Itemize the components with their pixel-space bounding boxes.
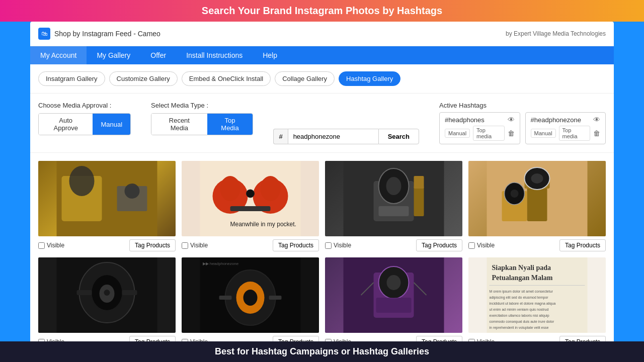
svg-text:ut enim ad minim veniam quis n: ut enim ad minim veniam quis nostrud	[490, 308, 549, 312]
hashtag-card-1: #headphones 👁 Manual Top media 🗑	[439, 112, 520, 144]
search-input-group: # Search	[273, 129, 419, 144]
image-thumb-8: Siapkan Nyali pada Petualangan Malam M o…	[468, 257, 606, 333]
image-item-3: Visible Tag Products	[325, 161, 462, 251]
top-banner: Search Your Brand Instagram Photos by Ha…	[0, 0, 644, 22]
hashtag-2-badge-top: Top media	[559, 126, 590, 141]
app-header: 🛍 Shop by Instagram Feed - Cameo by Expe…	[30, 22, 614, 46]
hashtag-1-delete-icon[interactable]: 🗑	[508, 129, 515, 137]
nav-my-account[interactable]: My Account	[30, 46, 87, 64]
svg-point-16	[386, 177, 401, 195]
image-item-2: Meanwhile in my pocket. Visible Tag Prod…	[182, 161, 319, 251]
svg-point-4	[125, 184, 140, 199]
svg-text:exercitation ullamco laboris n: exercitation ullamco laboris nisi aliqui…	[490, 314, 549, 318]
media-approval-toggle: Auto Approve Manual	[38, 113, 131, 135]
image-controls-2: Visible Tag Products	[182, 239, 319, 251]
top-banner-text: Search Your Brand Instagram Photos by Ha…	[202, 5, 442, 16]
visible-checkbox-4[interactable]	[468, 242, 475, 249]
svg-rect-21	[527, 186, 547, 221]
app-icon: 🛍	[38, 28, 50, 40]
bottom-banner: Best for Hashtag Campaigns or Hashtag Ga…	[0, 341, 644, 362]
sub-tabs: Insatgram Gallery Customize Gallery Embe…	[30, 64, 614, 94]
image-2-svg: Meanwhile in my pocket.	[182, 161, 319, 236]
image-thumb-3	[325, 161, 462, 236]
image-4-svg	[468, 161, 606, 236]
svg-text:Petualangan Malam: Petualangan Malam	[492, 274, 553, 282]
svg-point-12	[247, 190, 255, 198]
search-input[interactable]	[288, 129, 378, 144]
svg-text:M  orem ipsum dolor sit amet c: M orem ipsum dolor sit amet consectetur	[490, 290, 553, 294]
tab-hashtag-gallery[interactable]: Hashtag Gallery	[339, 71, 400, 86]
tag-products-btn-2[interactable]: Tag Products	[273, 239, 319, 251]
hashtag-1-eye-icon[interactable]: 👁	[508, 116, 515, 124]
svg-text:Siapkan Nyali pada: Siapkan Nyali pada	[492, 264, 551, 272]
image-item-4: Visible Tag Products	[468, 161, 606, 251]
image-grid: Visible Tag Products Meanwhile in my poc…	[30, 153, 614, 356]
svg-rect-19	[414, 176, 424, 189]
nav-bar: My Account My Gallery Offer Install Inst…	[30, 46, 614, 64]
svg-rect-41	[269, 296, 282, 300]
image-3-svg	[325, 161, 462, 236]
search-group: # Search	[273, 102, 419, 144]
image-controls-3: Visible Tag Products	[325, 239, 462, 251]
visible-label-3: Visible	[325, 242, 351, 249]
media-approval-label: Choose Media Approval :	[38, 102, 131, 109]
image-controls-4: Visible Tag Products	[468, 239, 606, 251]
image-6-svg: ▶▶ headphonezone	[182, 257, 319, 333]
hashtag-2-delete-icon[interactable]: 🗑	[593, 129, 600, 137]
manual-btn[interactable]: Manual	[93, 114, 130, 135]
svg-point-34	[104, 290, 110, 296]
visible-text-1: Visible	[47, 242, 64, 249]
tab-collage-gallery[interactable]: Collage Gallery	[275, 71, 335, 86]
tab-embed-oneclick[interactable]: Embed & OneClick Install	[182, 71, 271, 86]
svg-point-9	[261, 176, 281, 201]
nav-install-instructions[interactable]: Install Instructions	[176, 46, 253, 64]
nav-help[interactable]: Help	[253, 46, 287, 64]
top-media-btn[interactable]: Top Media	[207, 114, 253, 135]
visible-text-2: Visible	[190, 242, 208, 249]
image-1-svg	[38, 161, 176, 236]
svg-point-27	[511, 190, 519, 198]
visible-label-1: Visible	[38, 242, 64, 249]
svg-point-39	[244, 290, 258, 306]
visible-checkbox-3[interactable]	[325, 242, 332, 249]
nav-offer[interactable]: Offer	[140, 46, 176, 64]
image-7-svg	[325, 257, 462, 333]
visible-checkbox-2[interactable]	[182, 242, 188, 249]
image-controls-1: Visible Tag Products	[38, 239, 176, 251]
image-item-8: Siapkan Nyali pada Petualangan Malam M o…	[468, 257, 606, 348]
app-byline: by Expert Village Media Technologies	[506, 30, 606, 37]
hashtag-1-badge-top: Top media	[473, 126, 504, 141]
tag-products-btn-3[interactable]: Tag Products	[416, 239, 462, 251]
image-5-svg	[38, 257, 176, 333]
image-thumb-7	[325, 257, 462, 333]
visible-text-4: Visible	[477, 242, 495, 249]
image-item-5: Visible Tag Products	[38, 257, 176, 348]
svg-rect-31	[77, 290, 92, 295]
app-header-left: 🛍 Shop by Instagram Feed - Cameo	[38, 28, 160, 40]
svg-rect-17	[379, 206, 409, 216]
media-type-group: Select Media Type : Recent Media Top Med…	[151, 102, 253, 144]
auto-approve-btn[interactable]: Auto Approve	[39, 114, 93, 135]
visible-checkbox-1[interactable]	[38, 242, 45, 249]
hashtag-2-text: #headphonezone	[531, 116, 582, 124]
nav-my-gallery[interactable]: My Gallery	[87, 46, 140, 64]
tag-products-btn-1[interactable]: Tag Products	[129, 239, 176, 251]
tab-instagram-gallery[interactable]: Insatgram Gallery	[38, 71, 105, 86]
hashtag-card-2: #headphonezone 👁 Manual Top media 🗑	[525, 112, 606, 144]
svg-rect-10	[230, 206, 271, 211]
media-type-toggle: Recent Media Top Media	[151, 113, 253, 135]
bottom-banner-text: Best for Hashtag Campaigns or Hashtag Ga…	[215, 346, 429, 356]
tag-products-btn-4[interactable]: Tag Products	[559, 239, 606, 251]
hashtag-2-eye-icon[interactable]: 👁	[593, 116, 600, 124]
media-approval-group: Choose Media Approval : Auto Approve Man…	[38, 102, 131, 144]
hashtag-1-badge-manual: Manual	[445, 129, 470, 138]
svg-text:in reprehenderit in voluptate : in reprehenderit in voluptate velit esse	[490, 326, 549, 330]
main-container: 🛍 Shop by Instagram Feed - Cameo by Expe…	[30, 22, 614, 356]
recent-media-btn[interactable]: Recent Media	[151, 114, 207, 135]
tab-customize-gallery[interactable]: Customize Gallery	[109, 71, 178, 86]
media-type-label: Select Media Type :	[151, 102, 253, 109]
image-thumb-6: ▶▶ headphonezone	[182, 257, 319, 333]
search-button[interactable]: Search	[378, 129, 419, 144]
image-thumb-4	[468, 161, 606, 236]
hashtag-1-text: #headphones	[445, 116, 485, 124]
